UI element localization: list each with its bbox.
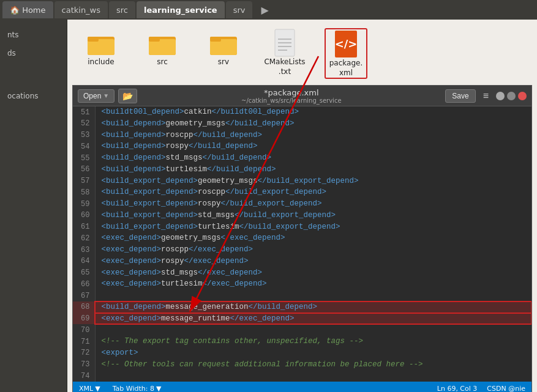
line-number: 62: [73, 232, 95, 244]
sidebar-item-nts[interactable]: nts: [0, 26, 67, 44]
tab-srv[interactable]: srv: [226, 1, 253, 18]
open-file-button[interactable]: 📂: [118, 89, 137, 103]
table-row: 69 <exec_depend>message_runtime</exec_de…: [73, 313, 531, 325]
save-button[interactable]: Save: [445, 89, 475, 103]
line-code: <exec_depend>roscpp</exec_depend>: [95, 244, 531, 256]
svg-rect-5: [149, 37, 160, 42]
line-number: 64: [73, 256, 95, 267]
line-code: <build_depend>message_generation</build_…: [95, 301, 531, 313]
table-row: 72 <export>: [73, 347, 531, 359]
table-row: 59 <build_export_depend>rospy</build_exp…: [73, 198, 531, 210]
close-button[interactable]: [518, 92, 527, 100]
line-code: [95, 290, 531, 301]
line-number: 58: [73, 187, 95, 198]
file-icons-row: include src srv: [67, 20, 537, 85]
table-row: 54 <build_depend>rospy</build_depend>: [73, 141, 531, 152]
line-number: 63: [73, 244, 95, 256]
table-row: 64 <exec_depend>rospy</exec_depend>: [73, 256, 531, 267]
minimize-button[interactable]: [496, 92, 505, 100]
table-row: 53 <build_depend>roscpp</build_depend>: [73, 130, 531, 141]
line-number: 66: [73, 278, 95, 290]
line-number: 74: [73, 370, 95, 382]
line-code: <build_depend>std_msgs</build_depend>: [95, 152, 531, 164]
menu-button[interactable]: ≡: [479, 89, 492, 103]
line-number: 72: [73, 347, 95, 359]
editor-panel: Open ▼ 📂 *package.xml ~/catkin_ws/src/le…: [72, 85, 532, 392]
top-bar: 🏠 Home catkin_ws src learning_service sr…: [0, 0, 537, 20]
table-row: 70: [73, 324, 531, 336]
table-row: 73 <!-- Other tools can request addition…: [73, 359, 531, 371]
line-number: 56: [73, 164, 95, 176]
line-code: <build_depend>turtlesim</build_depend>: [95, 164, 531, 176]
line-code: <exec_depend>message_runtime</exec_depen…: [95, 313, 531, 325]
line-code: <build_depend>rospy</build_depend>: [95, 141, 531, 152]
table-row: 65 <exec_depend>std_msgs</exec_depend>: [73, 267, 531, 279]
line-number: 53: [73, 130, 95, 141]
table-row: 51 <buildt00l_depend>catkin</buildt00l_d…: [73, 106, 531, 118]
line-number: 57: [73, 176, 95, 187]
file-icon-cmake[interactable]: CMakeLists.txt: [263, 28, 306, 76]
maximize-button[interactable]: [507, 92, 516, 100]
main-area: nts ds ocations include: [0, 20, 537, 392]
line-number: 60: [73, 210, 95, 221]
table-row: 67: [73, 290, 531, 301]
line-number: 54: [73, 141, 95, 152]
table-row: 57 <build_export_depend>geometry_msgs</b…: [73, 176, 531, 187]
line-number: 69: [73, 313, 95, 325]
line-code: <exec_depend>rospy</exec_depend>: [95, 256, 531, 267]
tab-width-indicator[interactable]: Tab Width: 8 ▼: [113, 385, 162, 392]
line-code: <buildt00l_depend>catkin</buildt00l_depe…: [95, 106, 531, 118]
cmake-file-icon: [270, 28, 299, 57]
tab-learning-service[interactable]: learning_service: [137, 1, 225, 18]
line-code: <build_export_depend>roscpp</build_expor…: [95, 187, 531, 198]
folder-icon-include: [86, 28, 116, 57]
brand-label: CSDN @nie: [487, 385, 525, 392]
line-code: <build_export_depend>geometry_msgs</buil…: [95, 176, 531, 187]
package-xml-icon: </>: [331, 29, 361, 59]
table-row: 63 <exec_depend>roscpp</exec_depend>: [73, 244, 531, 256]
line-code: <build_export_depend>std_msgs</build_exp…: [95, 210, 531, 221]
folder-icon-srv: [209, 28, 238, 57]
table-row: 56 <build_depend>turtlesim</build_depend…: [73, 164, 531, 176]
tab-src[interactable]: src: [109, 1, 135, 18]
file-icon-package[interactable]: </> package.xml: [325, 28, 367, 79]
line-code: <build_export_depend>rospy</build_export…: [95, 198, 531, 210]
line-number: 68: [73, 301, 95, 313]
table-row: 68 <build_depend>message_generation</bui…: [73, 301, 531, 313]
line-code: <exec_depend>geometry_msgs</exec_depend>: [95, 232, 531, 244]
tab-more[interactable]: ▶: [253, 1, 276, 18]
editor-title: *package.xml: [141, 88, 441, 97]
file-icon-include[interactable]: include: [80, 28, 122, 67]
sidebar-item-ds[interactable]: ds: [0, 44, 67, 62]
table-row: 61 <build_export_depend>turtlesim</build…: [73, 221, 531, 233]
line-number: 61: [73, 221, 95, 233]
editor-content[interactable]: 51 <buildt00l_depend>catkin</buildt00l_d…: [73, 106, 531, 382]
line-code: <exec_depend>std_msgs</exec_depend>: [95, 267, 531, 279]
table-row: 71 <!-- The export tag contains other, u…: [73, 336, 531, 347]
editor-subtitle: ~/catkin_ws/src/learning_service: [141, 97, 441, 104]
line-number: 51: [73, 106, 95, 118]
table-row: 52 <build_depend>geometry_msgs</build_de…: [73, 118, 531, 130]
line-code: <build_depend>geometry_msgs</build_depen…: [95, 118, 531, 130]
line-code: <exec_depend>turtlesim</exec_depend>: [95, 278, 531, 290]
sidebar: nts ds ocations: [0, 20, 67, 392]
open-button[interactable]: Open ▼: [78, 89, 115, 103]
svg-rect-2: [88, 37, 99, 42]
svg-text:</>: </>: [335, 37, 358, 50]
file-icon-srv[interactable]: srv: [202, 28, 245, 67]
code-table: 51 <buildt00l_depend>catkin</buildt00l_d…: [73, 106, 531, 382]
line-number: 73: [73, 359, 95, 371]
tab-catkin[interactable]: catkin_ws: [54, 1, 108, 18]
language-indicator[interactable]: XML ▼: [79, 385, 100, 392]
table-row: 60 <build_export_depend>std_msgs</build_…: [73, 210, 531, 221]
tab-home[interactable]: 🏠 Home: [2, 1, 53, 18]
table-row: 62 <exec_depend>geometry_msgs</exec_depe…: [73, 232, 531, 244]
line-code: <!-- Other tools can request additional …: [95, 359, 531, 371]
sidebar-item-locations[interactable]: ocations: [0, 87, 67, 105]
editor-toolbar: Open ▼ 📂 *package.xml ~/catkin_ws/src/le…: [73, 86, 531, 106]
line-number: 70: [73, 324, 95, 336]
statusbar-right: Ln 69, Col 3 CSDN @nie: [437, 385, 525, 392]
editor-statusbar: XML ▼ Tab Width: 8 ▼ Ln 69, Col 3 CSDN @…: [73, 382, 531, 392]
file-label-include: include: [88, 57, 114, 67]
file-icon-src[interactable]: src: [141, 28, 184, 67]
